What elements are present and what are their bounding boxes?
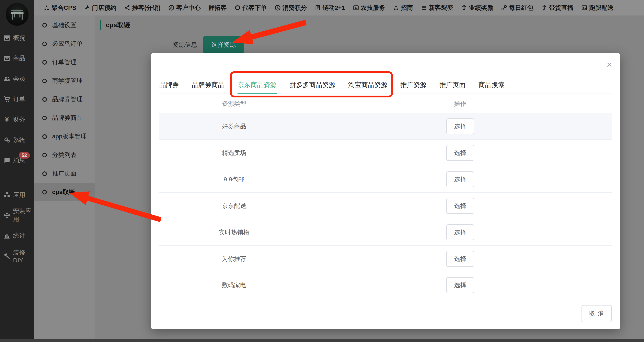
resource-tab[interactable]: 京东商品资源 [238,76,276,94]
top-nav-item[interactable]: 带货直播 [541,4,574,12]
s-circle-icon: S [168,5,174,11]
top-nav-item[interactable]: 聚合CPS [44,4,76,12]
select-row-button[interactable]: 选择 [446,118,474,134]
top-nav-item[interactable]: 跑腿配送 [581,4,614,12]
circle-bullet-icon [42,190,47,195]
sidebar-item[interactable]: 订单 [0,89,34,109]
submenu-item[interactable]: cps取链 [34,183,95,201]
select-row-button[interactable]: 选择 [446,145,474,161]
action-cell: 选择 [308,251,612,267]
submenu-sidebar: 基础设置 必应鸟订单 订单管理 商学院管理 品牌券管理 品牌券商品 app版本管… [34,16,95,342]
top-nav-item[interactable]: 招商 [393,4,413,12]
sidebar-item[interactable]: 消息 52 [0,150,34,170]
submenu-item-label: 基础设置 [52,21,76,29]
sidebar-item[interactable]: 系统 [0,130,34,150]
list-icon [421,5,427,11]
sidebar-item-label: 系统 [13,136,25,144]
resource-tab[interactable]: 品牌券 [159,76,179,94]
top-nav-item-label: 链动2+1 [322,4,345,12]
top-nav-item[interactable]: 推客(分销) [124,4,160,12]
select-row-button[interactable]: 选择 [446,277,474,293]
top-nav-item[interactable]: 链动2+1 [315,4,345,12]
sidebar-item-label: 财务 [13,115,25,124]
resource-tab[interactable]: 品牌券商品 [192,76,224,94]
top-nav-item[interactable]: 群拓客 [208,4,227,12]
submenu-item[interactable]: 品牌券管理 [34,90,95,109]
sidebar-item[interactable]: 装修DIY [0,246,34,266]
action-cell: 选择 [308,145,612,161]
submenu-item[interactable]: app版本管理 [34,127,95,146]
select-resource-button[interactable]: 选择资源 [203,36,244,53]
cancel-button[interactable]: 取 消 [582,305,612,322]
resource-tab[interactable]: 推广页面 [440,76,466,94]
s-circle-icon: S [274,5,281,11]
close-icon[interactable]: × [606,60,612,69]
resource-tab-label: 推广资源 [400,81,426,89]
circle-bullet-icon [42,153,47,157]
top-nav-item[interactable]: 每日红包 [501,4,534,12]
sidebar-item[interactable]: 安装应用 [0,205,34,225]
select-row-button[interactable]: 选择 [446,198,474,214]
top-nav-item[interactable]: 代客下单 [234,4,267,12]
table-row: 9.9包邮 选择 [159,166,612,192]
title-accent-bar [100,20,101,30]
sidebar-item[interactable]: 会员 [0,69,34,89]
circle-bullet-icon [42,97,47,102]
resource-tab[interactable]: 拼多多商品资源 [290,76,335,94]
submenu-item[interactable]: 分类列表 [34,146,95,164]
sidebar-main-group: 概况 商品 会员 订单 ¥ 财务 系统 [0,28,34,170]
puzzle-icon [3,212,10,219]
recycle-icon [393,5,399,11]
circle-bullet-icon [42,60,47,65]
svg-text:¥: ¥ [5,116,9,123]
sidebar-item[interactable]: 统计 [0,225,34,246]
chart-icon [3,232,10,239]
top-nav-item-label: 每日红包 [509,4,534,12]
resource-type-cell: 实时热销榜 [159,228,308,237]
submenu-item[interactable]: 必应鸟订单 [34,35,95,53]
sidebar-item-label: 概况 [13,34,25,42]
sidebar-item-label: 会员 [13,75,25,83]
primary-sidebar: 概况 商品 会员 订单 ¥ 财务 系统 [0,0,34,342]
top-nav: 聚合CPS 门店预约 推客(分销) S 客户中心 群拓客 代客下单 S 消费积分… [34,0,644,16]
resource-type-cell: 9.9包邮 [159,175,308,184]
submenu-item[interactable]: 订单管理 [34,53,95,72]
box-icon [3,55,10,62]
submenu-item[interactable]: 商学院管理 [34,72,95,90]
submenu-item-label: 商学院管理 [52,77,83,85]
top-nav-item[interactable]: 门店预约 [84,4,116,12]
top-nav-item[interactable]: S 消费积分 [274,4,307,12]
image-icon [353,5,359,11]
resource-tab[interactable]: 淘宝商品资源 [348,76,387,94]
submenu-item[interactable]: 基础设置 [34,16,95,35]
resource-tab-label: 京东商品资源 [238,81,276,89]
sidebar-item[interactable]: 应用 [0,185,34,205]
submenu-item[interactable]: 推广页面 [34,164,95,183]
top-nav-item[interactable]: 农技服务 [353,4,385,12]
resource-tab[interactable]: 推广资源 [400,76,426,94]
circle-bullet-icon [42,23,47,28]
sidebar-item[interactable]: ¥ 财务 [0,109,34,130]
submenu-item[interactable]: 品牌券商品 [34,109,95,127]
submenu-item-label: 订单管理 [52,58,76,66]
resource-type-cell: 精选卖场 [159,149,308,157]
store-logo-avatar[interactable] [6,3,28,26]
svg-text:S: S [170,6,172,10]
top-nav-item-label: 跑腿配送 [589,4,614,12]
top-nav-item-label: 业绩奖励 [469,4,494,12]
action-cell: 选择 [308,277,612,293]
top-nav-item[interactable]: 新客裂变 [421,4,453,12]
select-row-button[interactable]: 选择 [446,224,474,240]
select-row-button[interactable]: 选择 [446,172,474,187]
sidebar-item[interactable]: 商品 [0,48,34,69]
action-cell: 选择 [308,224,612,240]
top-nav-item[interactable]: S 客户中心 [168,4,201,12]
sidebar-item[interactable]: 概况 [0,28,34,48]
table-row: 京东配送 选择 [159,192,612,219]
top-nav-item[interactable]: 业绩奖励 [461,4,494,12]
resource-info-label: 资源信息 [172,41,197,49]
sidebar-secondary-group: 应用 安装应用 统计 装修DIY [0,185,34,266]
resource-tab[interactable]: 商品搜索 [478,76,504,94]
select-row-button[interactable]: 选择 [446,251,474,267]
sidebar-item-label: 装修DIY [13,248,34,264]
